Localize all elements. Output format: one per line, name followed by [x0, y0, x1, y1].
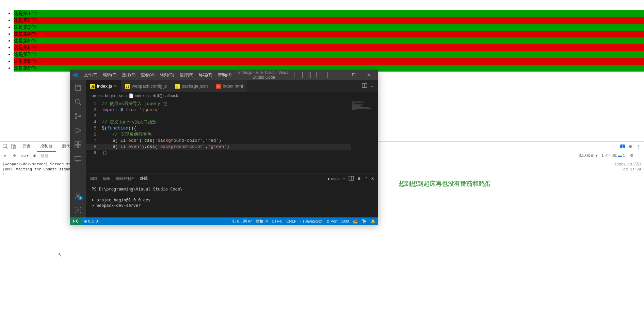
- window-title: index.js - Vue_basic - Visual Studio Cod…: [238, 70, 290, 80]
- minimap[interactable]: [351, 100, 378, 173]
- tab-label: webpack.config.js: [132, 83, 167, 89]
- port-status[interactable]: ⊘ Port : 8080: [326, 219, 349, 224]
- menu-item[interactable]: 转到(G): [158, 72, 176, 79]
- editor-tab[interactable]: JSwebpack.config.js: [121, 80, 171, 92]
- list-item: 这是第5个li: [14, 37, 644, 44]
- close-panel-icon[interactable]: ✕: [371, 177, 374, 181]
- more-icon[interactable]: ⋯: [371, 84, 375, 89]
- terminal-output[interactable]: PS D:\programming\Visual Studio Code\ > …: [86, 184, 378, 217]
- code-line[interactable]: 5$(function(){: [86, 125, 351, 132]
- layout-icon[interactable]: [302, 72, 308, 78]
- panel-tab[interactable]: 终端: [140, 174, 148, 183]
- encoding-selector[interactable]: UTF-8: [272, 219, 283, 223]
- menu-item[interactable]: 选择(S): [120, 72, 138, 79]
- split-terminal-icon[interactable]: [349, 176, 354, 182]
- demo-list: 这是第1个li这是第2个li这是第3个li这是第4个li这是第5个li这是第6个…: [0, 10, 644, 72]
- list-item: 这是第2个li: [14, 17, 644, 24]
- issues-link[interactable]: 1 个问题: ▬ 1: [602, 153, 625, 158]
- code-line[interactable]: 2import $ from 'jquery': [86, 107, 351, 113]
- feedback-icon[interactable]: 📡: [362, 219, 367, 224]
- svg-text:JS: JS: [126, 85, 130, 88]
- code-line[interactable]: 6 // 实现奇偶行变色: [86, 132, 351, 138]
- code-line[interactable]: 4// 定义jquery的入口函数: [86, 119, 351, 125]
- code-line[interactable]: 1// 使用es语法导入 jquery 包: [86, 101, 351, 107]
- editor-tab[interactable]: <>index.html: [212, 80, 247, 92]
- activity-bar: 1: [70, 80, 86, 217]
- panel-tab[interactable]: 输出: [103, 174, 111, 183]
- search-icon[interactable]: [74, 98, 82, 106]
- svg-rect-7: [75, 142, 78, 144]
- run-debug-icon[interactable]: [74, 126, 82, 135]
- list-item: 这是第7个li: [14, 51, 644, 58]
- statusbar: ⊗ 0 ⚠ 0 行 8，列 47 空格: 4 UTF-8 CRLF { } Ja…: [70, 217, 378, 225]
- breadcrumb-item[interactable]: ⊕ $() callback: [153, 93, 178, 98]
- error-badge[interactable]: 1: [620, 144, 625, 148]
- feedback-icon[interactable]: 📻: [353, 219, 358, 224]
- maximize-button[interactable]: ☐: [347, 70, 360, 80]
- extensions-icon[interactable]: [74, 141, 82, 149]
- close-icon[interactable]: ×: [114, 83, 117, 89]
- more-icon[interactable]: ⋮: [636, 144, 641, 149]
- inspect-icon[interactable]: [3, 144, 8, 149]
- menu-item[interactable]: 帮助(H): [216, 72, 234, 79]
- svg-point-3: [75, 99, 79, 103]
- panel-tab[interactable]: 调试控制台: [116, 174, 135, 183]
- breadcrumb-item[interactable]: projec_begin: [92, 93, 115, 98]
- svg-rect-10: [78, 145, 81, 148]
- chevron-up-icon[interactable]: ⌃: [365, 177, 368, 181]
- breadcrumb-item[interactable]: 📄 index.js: [129, 93, 149, 98]
- account-icon[interactable]: 1: [74, 192, 82, 200]
- menu-item[interactable]: 文件(F): [82, 72, 99, 79]
- errors-button[interactable]: ⊗ 0 ⚠ 0: [84, 219, 98, 224]
- minimize-button[interactable]: ─: [332, 70, 345, 80]
- close-button[interactable]: ✕: [362, 70, 375, 80]
- menu-item[interactable]: 查看(V): [139, 72, 157, 79]
- eol-selector[interactable]: CRLF: [287, 219, 296, 223]
- layout-icon[interactable]: [322, 72, 328, 78]
- split-icon[interactable]: [362, 83, 367, 89]
- settings-icon[interactable]: ⚙: [629, 153, 634, 158]
- menu-item[interactable]: 终端(T): [197, 72, 214, 79]
- play-icon[interactable]: ▸: [3, 153, 8, 158]
- source-control-icon[interactable]: [74, 112, 82, 120]
- code-editor[interactable]: 1// 使用es语法导入 jquery 包2import $ from 'jqu…: [86, 100, 351, 173]
- code-line[interactable]: 9}): [86, 150, 351, 156]
- remote-button[interactable]: [70, 217, 81, 225]
- eye-icon[interactable]: ◉: [32, 153, 37, 158]
- clear-icon[interactable]: ⊘: [12, 153, 17, 158]
- tab-label: index.html: [223, 83, 243, 89]
- titlebar[interactable]: 文件(F)编辑(E)选择(S)查看(V)转到(G)运行(R)终端(T)帮助(H)…: [70, 70, 378, 80]
- editor-tab[interactable]: {}package.json: [171, 80, 212, 92]
- source-link[interactable]: log.js:24: [621, 167, 641, 171]
- panel-tab[interactable]: 问题: [90, 174, 98, 183]
- tab-console[interactable]: 控制台: [37, 141, 56, 152]
- code-line[interactable]: 3: [86, 113, 351, 119]
- list-item: 这是第4个li: [14, 31, 644, 37]
- svg-rect-11: [75, 156, 81, 161]
- layout-icon[interactable]: [310, 72, 317, 78]
- cursor-position[interactable]: 行 8，列 47: [232, 219, 252, 224]
- device-icon[interactable]: [11, 144, 16, 149]
- language-selector[interactable]: { } JavaScript: [300, 219, 322, 223]
- settings-icon[interactable]: [74, 206, 82, 214]
- context-selector[interactable]: top ▾: [20, 153, 29, 158]
- remote-icon[interactable]: [74, 155, 82, 163]
- breadcrumb-item[interactable]: src: [119, 93, 125, 98]
- terminal-selector[interactable]: ▸ node: [328, 177, 340, 181]
- code-line[interactable]: 8 $('li:even').css('background-color','g…: [86, 144, 351, 150]
- menu-item[interactable]: 编辑(E): [101, 72, 118, 79]
- indent-selector[interactable]: 空格: 4: [256, 219, 268, 224]
- explorer-icon[interactable]: [74, 83, 82, 92]
- trash-icon[interactable]: 🗑: [357, 177, 361, 181]
- code-line[interactable]: 7 $('li:odd').css('background-color','re…: [86, 138, 351, 144]
- tab-elements[interactable]: 元素: [19, 141, 34, 151]
- source-link[interactable]: index.js:551: [614, 162, 641, 166]
- settings-icon[interactable]: ⚙: [628, 144, 633, 149]
- log-level-selector[interactable]: 默认级别 ▾: [579, 153, 597, 158]
- bell-icon[interactable]: 🔔: [371, 219, 375, 224]
- layout-icon[interactable]: [294, 72, 300, 78]
- menu-item[interactable]: 运行(R): [178, 72, 196, 79]
- editor-tab[interactable]: JSindex.js×: [86, 80, 121, 92]
- new-terminal-icon[interactable]: +: [343, 177, 345, 181]
- layout-controls: |: [294, 72, 328, 78]
